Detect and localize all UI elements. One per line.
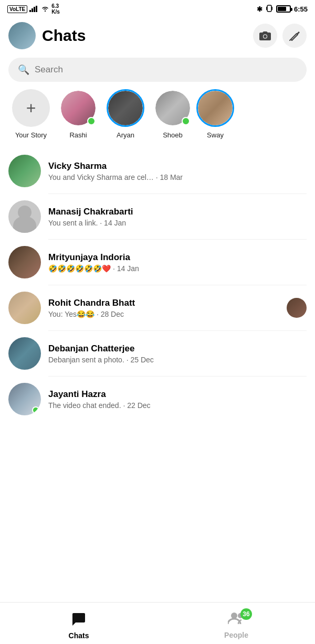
- page-title: Chats: [42, 27, 253, 45]
- user-avatar[interactable]: [8, 22, 36, 49]
- search-bar[interactable]: 🔍: [8, 58, 307, 82]
- chat-content-mrityunjaya: Mrityunjaya Indoria 🤣🤣🤣🤣🤣🤣❤️ · 14 Jan: [48, 252, 307, 273]
- chat-name-vicky: Vicky Sharma: [48, 161, 307, 171]
- volte-indicator: VoLTE: [7, 5, 27, 13]
- app-header: Chats: [0, 17, 315, 56]
- chat-item-mrityunjaya[interactable]: Mrityunjaya Indoria 🤣🤣🤣🤣🤣🤣❤️ · 14 Jan: [0, 240, 315, 285]
- story-label-rashi: Rashi: [69, 131, 87, 139]
- svg-rect-1: [32, 8, 33, 12]
- search-input[interactable]: [35, 65, 297, 75]
- compose-button[interactable]: [282, 24, 307, 48]
- chat-name-jayanti: Jayanti Hazra: [48, 389, 307, 400]
- chat-name-rohit: Rohit Chandra Bhatt: [48, 298, 287, 308]
- chat-avatar-rohit: [8, 292, 41, 324]
- story-label-aryan: Aryan: [117, 131, 134, 139]
- chat-item-rohit[interactable]: Rohit Chandra Bhatt You: Yes😂😂 · 28 Dec: [0, 285, 315, 330]
- chat-item-jayanti[interactable]: Jayanti Hazra The video chat ended. · 22…: [0, 377, 315, 422]
- signal-bars: [29, 5, 39, 13]
- chat-list: Vicky Sharma You and Vicky Sharma are ce…: [0, 148, 315, 422]
- chat-preview-rohit: You: Yes😂😂 · 28 Dec: [48, 310, 287, 318]
- online-indicator-jayanti: [32, 406, 39, 414]
- stories-row: + Your Story Rashi Aryan: [0, 89, 315, 148]
- chat-content-rohit: Rohit Chandra Bhatt You: Yes😂😂 · 28 Dec: [48, 298, 287, 318]
- search-icon: 🔍: [18, 64, 29, 76]
- online-indicator-shoeb: [182, 117, 190, 125]
- story-label-your-story: Your Story: [15, 131, 47, 139]
- status-bar: VoLTE 6.3K/s ✱: [0, 0, 315, 17]
- story-label-shoeb: Shoeb: [163, 131, 183, 139]
- chat-content-manasij: Manasij Chakrabarti You sent a link. · 1…: [48, 207, 307, 227]
- main-content: VoLTE 6.3K/s ✱: [0, 0, 315, 466]
- chat-content-debanjan: Debanjan Chatterjee Debanjan sent a phot…: [48, 344, 307, 364]
- header-icons: [253, 24, 307, 48]
- people-nav-icon: 36: [228, 611, 245, 629]
- add-story-button[interactable]: +: [12, 89, 50, 127]
- chat-name-mrityunjaya: Mrityunjaya Indoria: [48, 252, 307, 263]
- chat-item-manasij[interactable]: Manasij Chakrabarti You sent a link. · 1…: [0, 194, 315, 239]
- story-avatar-sway: [196, 89, 234, 127]
- chat-preview-manasij: You sent a link. · 14 Jan: [48, 219, 307, 227]
- camera-button[interactable]: [253, 24, 277, 48]
- story-item-your-story[interactable]: + Your Story: [7, 89, 55, 139]
- bluetooth-icon: ✱: [257, 5, 262, 13]
- svg-point-8: [264, 35, 267, 38]
- svg-rect-4: [267, 5, 271, 12]
- vibrate-icon: [266, 4, 273, 14]
- story-avatar-aryan: [107, 89, 144, 127]
- chat-avatar-jayanti: [8, 383, 41, 415]
- chat-item-vicky[interactable]: Vicky Sharma You and Vicky Sharma are ce…: [0, 148, 315, 194]
- story-label-sway: Sway: [207, 131, 224, 139]
- data-speed: 6.3K/s: [51, 3, 60, 15]
- status-right: ✱ 6:55: [257, 4, 308, 14]
- chat-content-vicky: Vicky Sharma You and Vicky Sharma are ce…: [48, 161, 307, 181]
- story-item-aryan[interactable]: Aryan: [102, 89, 149, 139]
- chat-preview-debanjan: Debanjan sent a photo. · 25 Dec: [48, 356, 307, 364]
- nav-people[interactable]: 36 People: [158, 607, 315, 639]
- svg-rect-6: [271, 7, 272, 10]
- chat-avatar-mrityunjaya: [8, 246, 41, 278]
- svg-rect-2: [34, 7, 35, 12]
- people-badge: 36: [240, 608, 252, 620]
- people-nav-label: People: [224, 631, 248, 639]
- svg-rect-3: [36, 6, 37, 12]
- time-display: 6:55: [294, 5, 308, 13]
- chat-name-manasij: Manasij Chakrabarti: [48, 207, 307, 217]
- chat-content-jayanti: Jayanti Hazra The video chat ended. · 22…: [48, 389, 307, 410]
- story-item-shoeb[interactable]: Shoeb: [149, 89, 196, 139]
- chats-nav-icon: [71, 611, 86, 629]
- story-item-rashi[interactable]: Rashi: [55, 89, 102, 139]
- wifi-icon: [41, 5, 49, 13]
- svg-rect-5: [266, 7, 267, 10]
- chat-avatar-manasij: [8, 200, 41, 233]
- chats-nav-label: Chats: [69, 631, 89, 640]
- chat-avatar-debanjan: [8, 337, 41, 370]
- svg-point-9: [231, 613, 237, 619]
- nav-chats[interactable]: Chats: [0, 607, 158, 640]
- chat-preview-mrityunjaya: 🤣🤣🤣🤣🤣🤣❤️ · 14 Jan: [48, 264, 307, 273]
- bottom-nav: Chats 36 People: [0, 602, 315, 644]
- chat-preview-vicky: You and Vicky Sharma are cel… · 18 Mar: [48, 173, 307, 181]
- chat-avatar-vicky: [8, 155, 41, 187]
- chat-preview-jayanti: The video chat ended. · 22 Dec: [48, 401, 307, 410]
- svg-rect-0: [29, 10, 31, 12]
- online-indicator-rashi: [87, 117, 96, 125]
- chat-thumb-rohit: [287, 298, 307, 318]
- chat-item-debanjan[interactable]: Debanjan Chatterjee Debanjan sent a phot…: [0, 331, 315, 376]
- chat-name-debanjan: Debanjan Chatterjee: [48, 344, 307, 354]
- chat-meta-rohit: [287, 298, 307, 318]
- status-left: VoLTE 6.3K/s: [7, 3, 60, 15]
- story-item-sway[interactable]: Sway: [196, 89, 234, 139]
- battery-icon: [276, 5, 291, 13]
